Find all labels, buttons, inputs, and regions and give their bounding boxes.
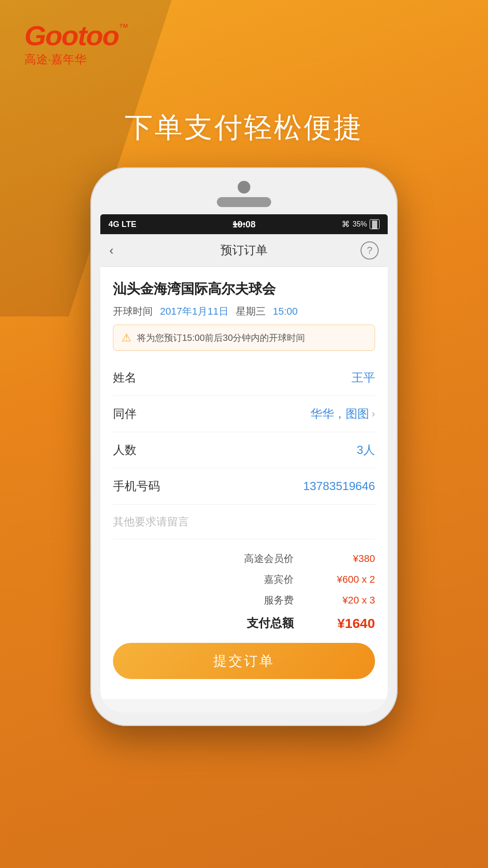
- status-time: 10:08: [232, 219, 255, 230]
- logo-brand: Gootoo: [24, 22, 118, 50]
- tee-time-row: 开球时间 2017年1月11日 星期三 15:00: [113, 305, 375, 318]
- wifi-icon: ⌘: [342, 219, 350, 229]
- status-right: ⌘ 35% ▓: [342, 219, 380, 229]
- phone-label: 手机号码: [113, 478, 160, 494]
- partner-label: 同伴: [113, 406, 136, 422]
- member-price-value: ¥380: [312, 553, 375, 565]
- service-price-label: 服务费: [264, 594, 294, 607]
- venue-title: 汕头金海湾国际高尔夫球会: [113, 279, 375, 298]
- member-price-row: 高途会员价 ¥380: [100, 548, 388, 569]
- total-price-row: 支付总额 ¥1640: [100, 611, 388, 636]
- app-screen: ‹ 预订订单 ? 汕头金海湾国际高尔夫球会 开球时间 2017年1月11日 星期…: [100, 234, 388, 712]
- guest-price-label: 嘉宾价: [264, 573, 294, 586]
- network-indicator: 4G LTE: [108, 220, 136, 229]
- phone-row: 手机号码 13783519646: [113, 468, 375, 505]
- content-area: 汕头金海湾国际高尔夫球会 开球时间 2017年1月11日 星期三 15:00 ⚠…: [100, 267, 388, 539]
- name-label: 姓名: [113, 370, 136, 386]
- partner-value-container: 华华，图图 ›: [310, 406, 375, 422]
- name-value: 王平: [352, 370, 375, 386]
- players-row: 人数 3人: [113, 432, 375, 468]
- submit-button[interactable]: 提交订单: [113, 643, 375, 679]
- pricing-section: 高途会员价 ¥380 嘉宾价 ¥600 x 2 服务费 ¥20 x 3 支付总额…: [100, 539, 388, 699]
- logo-subtitle: 高途·嘉年华: [24, 52, 128, 67]
- phone-value: 13783519646: [303, 479, 375, 493]
- notice-text: 将为您预订15:00前后30分钟内的开球时间: [137, 332, 305, 344]
- phone-bottom: [100, 699, 388, 712]
- service-price-row: 服务费 ¥20 x 3: [100, 590, 388, 611]
- help-button[interactable]: ?: [361, 241, 379, 259]
- remarks-row[interactable]: 其他要求请留言: [113, 505, 375, 539]
- partner-value: 华华，图图: [310, 406, 369, 422]
- status-bar: 4G LTE ▪▪▪▪▪ 10:08 ⌘ 35% ▓: [100, 214, 388, 234]
- nav-bar: ‹ 预订订单 ?: [100, 234, 388, 267]
- service-price-value: ¥20 x 3: [312, 594, 375, 606]
- battery-icon: ▓: [370, 219, 380, 229]
- total-price-value: ¥1640: [312, 616, 375, 631]
- logo-area: Gootoo ™ 高途·嘉年华: [24, 22, 128, 67]
- back-button[interactable]: ‹: [109, 243, 113, 258]
- tee-date: 2017年1月11日: [160, 305, 229, 318]
- nav-title: 预订订单: [221, 242, 267, 258]
- tee-clock: 15:00: [273, 306, 298, 317]
- remarks-placeholder: 其他要求请留言: [113, 515, 189, 528]
- name-row: 姓名 王平: [113, 360, 375, 396]
- logo-tm: ™: [118, 22, 128, 33]
- phone-camera: [238, 181, 250, 193]
- phone-top: [100, 181, 388, 207]
- tee-day: 星期三: [236, 305, 266, 318]
- total-price-label: 支付总额: [247, 615, 294, 631]
- notice-box: ⚠ 将为您预订15:00前后30分钟内的开球时间: [113, 325, 375, 351]
- battery-indicator: 35%: [352, 220, 367, 228]
- notice-icon: ⚠: [122, 331, 131, 344]
- partner-row[interactable]: 同伴 华华，图图 ›: [113, 396, 375, 432]
- chevron-right-icon: ›: [372, 408, 375, 420]
- players-value: 3人: [357, 442, 375, 458]
- phone-speaker: [217, 197, 271, 207]
- phone-frame: 4G LTE ▪▪▪▪▪ 10:08 ⌘ 35% ▓ ‹ 预订订单 ? 汕头金海…: [90, 167, 398, 726]
- guest-price-row: 嘉宾价 ¥600 x 2: [100, 569, 388, 590]
- member-price-label: 高途会员价: [244, 552, 294, 566]
- tee-time-label: 开球时间: [113, 305, 153, 318]
- tagline: 下单支付轻松便捷: [0, 108, 488, 146]
- players-label: 人数: [113, 442, 136, 458]
- guest-price-value: ¥600 x 2: [312, 574, 375, 585]
